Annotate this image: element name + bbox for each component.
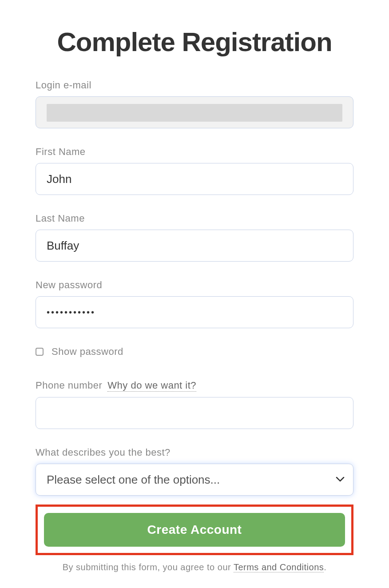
last-name-field[interactable] bbox=[36, 230, 353, 262]
show-password-checkbox[interactable] bbox=[36, 348, 44, 356]
first-name-label: First Name bbox=[36, 146, 353, 158]
phone-label: Phone number bbox=[36, 380, 102, 391]
password-field[interactable] bbox=[36, 296, 353, 328]
last-name-label: Last Name bbox=[36, 213, 353, 224]
submit-highlight: Create Account bbox=[36, 505, 353, 555]
first-name-field[interactable] bbox=[36, 163, 353, 195]
email-field bbox=[36, 96, 353, 128]
describe-group: What describes you the best? Please sele… bbox=[36, 447, 353, 496]
footer-text: By submitting this form, you agree to ou… bbox=[36, 562, 353, 572]
footer-prefix: By submitting this form, you agree to ou… bbox=[63, 562, 234, 572]
phone-field[interactable] bbox=[36, 397, 353, 429]
phone-group: Phone number Why do we want it? bbox=[36, 380, 353, 429]
show-password-row: Show password bbox=[36, 346, 353, 358]
show-password-label[interactable]: Show password bbox=[52, 346, 123, 358]
phone-why-link[interactable]: Why do we want it? bbox=[107, 380, 196, 392]
password-label: New password bbox=[36, 279, 353, 291]
last-name-group: Last Name bbox=[36, 213, 353, 262]
page-title: Complete Registration bbox=[36, 27, 353, 57]
terms-link[interactable]: Terms and Conditions bbox=[234, 562, 324, 572]
email-label: Login e-mail bbox=[36, 79, 353, 91]
footer-suffix: . bbox=[324, 562, 326, 572]
describe-select[interactable]: Please select one of the options... bbox=[36, 464, 353, 496]
create-account-button[interactable]: Create Account bbox=[44, 513, 345, 547]
describe-label: What describes you the best? bbox=[36, 447, 353, 458]
first-name-group: First Name bbox=[36, 146, 353, 195]
email-placeholder-bar bbox=[47, 104, 342, 122]
password-group: New password bbox=[36, 279, 353, 328]
email-group: Login e-mail bbox=[36, 79, 353, 128]
